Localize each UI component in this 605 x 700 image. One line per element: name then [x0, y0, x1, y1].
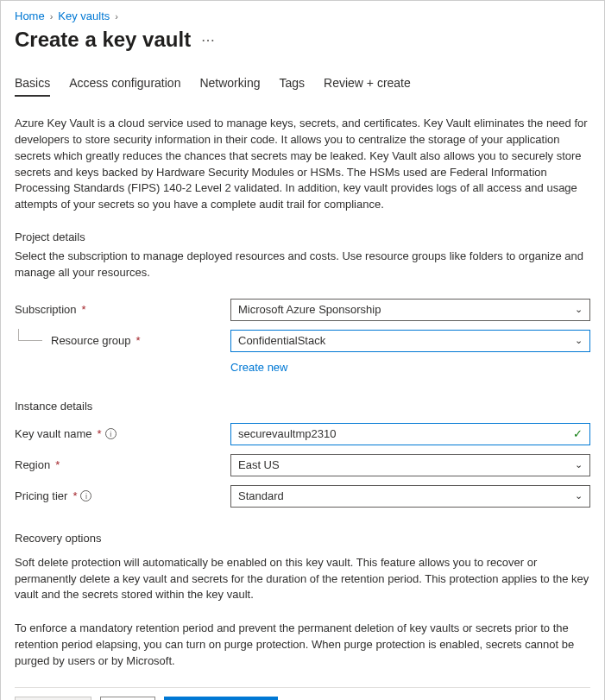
chevron-down-icon: ⌄	[575, 304, 583, 315]
keyvault-name-value: securevaultmp2310	[238, 427, 336, 440]
tab-access-configuration[interactable]: Access configuration	[69, 76, 180, 97]
tab-networking[interactable]: Networking	[199, 76, 260, 97]
info-icon[interactable]: i	[80, 490, 91, 501]
chevron-right-icon: ›	[115, 11, 118, 22]
keyvault-name-label: Key vault name	[15, 427, 92, 440]
check-icon: ✓	[573, 427, 583, 440]
breadcrumb: Home › Key vaults ›	[15, 9, 590, 22]
tab-basics[interactable]: Basics	[15, 76, 50, 97]
pricing-tier-select[interactable]: Standard ⌄	[230, 485, 590, 508]
subscription-select[interactable]: Microsoft Azure Sponsorship ⌄	[230, 299, 590, 321]
breadcrumb-keyvaults[interactable]: Key vaults	[58, 9, 110, 22]
review-create-button[interactable]: Review + create	[164, 697, 278, 700]
resource-group-label: Resource group	[51, 334, 131, 347]
subscription-value: Microsoft Azure Sponsorship	[238, 303, 381, 316]
tab-review-create[interactable]: Review + create	[324, 76, 411, 97]
chevron-right-icon: ›	[50, 11, 54, 22]
subscription-label: Subscription	[15, 303, 77, 316]
intro-text: Azure Key Vault is a cloud service used …	[15, 116, 590, 213]
previous-button: Previous	[15, 697, 91, 700]
required-icon: *	[72, 489, 77, 502]
create-new-link[interactable]: Create new	[230, 361, 287, 374]
instance-details-title: Instance details	[15, 400, 590, 413]
required-icon: *	[136, 334, 141, 347]
footer: Previous Next Review + create	[15, 687, 590, 700]
pricing-tier-value: Standard	[238, 489, 284, 502]
indent-connector-icon	[18, 329, 42, 341]
recovery-p1: Soft delete protection will automaticall…	[15, 555, 590, 604]
tabs: Basics Access configuration Networking T…	[15, 76, 590, 97]
page-title: Create a key vault	[15, 28, 191, 52]
region-value: East US	[238, 458, 280, 471]
chevron-down-icon: ⌄	[575, 335, 583, 346]
project-details-title: Project details	[15, 230, 590, 243]
required-icon: *	[55, 458, 60, 471]
required-icon: *	[82, 303, 86, 316]
recovery-p2: To enforce a mandatory retention period …	[15, 621, 590, 670]
more-actions-icon[interactable]: ⋯	[201, 32, 216, 48]
info-icon[interactable]: i	[105, 428, 117, 439]
project-details-desc: Select the subscription to manage deploy…	[15, 249, 590, 281]
breadcrumb-home[interactable]: Home	[15, 9, 45, 22]
recovery-options-title: Recovery options	[15, 532, 590, 545]
resource-group-select[interactable]: ConfidentialStack ⌄	[230, 330, 590, 352]
resource-group-value: ConfidentialStack	[238, 334, 325, 347]
tab-tags[interactable]: Tags	[279, 76, 305, 97]
chevron-down-icon: ⌄	[575, 459, 583, 470]
region-select[interactable]: East US ⌄	[230, 454, 590, 476]
keyvault-name-input[interactable]: securevaultmp2310 ✓	[230, 423, 590, 445]
region-label: Region	[15, 458, 50, 471]
next-button[interactable]: Next	[100, 697, 156, 700]
pricing-tier-label: Pricing tier	[15, 489, 67, 502]
chevron-down-icon: ⌄	[575, 490, 583, 501]
required-icon: *	[98, 427, 102, 440]
